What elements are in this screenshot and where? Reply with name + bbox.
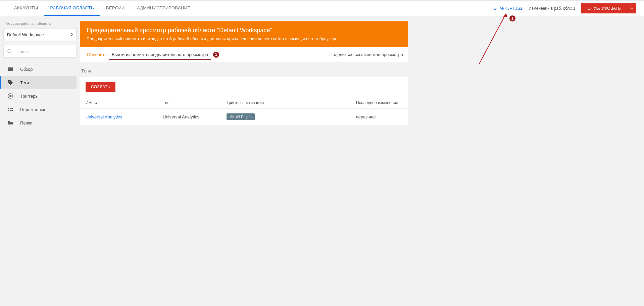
svg-rect-1 bbox=[8, 67, 13, 71]
workspace-selector[interactable]: Default Workspace bbox=[3, 28, 77, 41]
sidebar-item-folders[interactable]: Папки bbox=[3, 116, 77, 130]
tags-card: СОЗДАТЬ Имя ▲ Тип Триггеры активации Пос… bbox=[80, 77, 408, 125]
svg-rect-6 bbox=[8, 108, 9, 109]
svg-rect-2 bbox=[8, 67, 13, 68]
target-icon bbox=[7, 93, 13, 99]
svg-rect-11 bbox=[11, 110, 13, 111]
search-icon bbox=[7, 49, 12, 54]
sidebar-item-label: Переменные bbox=[20, 107, 46, 112]
col-name[interactable]: Имя ▲ bbox=[80, 97, 157, 109]
tags-table: Имя ▲ Тип Триггеры активации Последнее и… bbox=[80, 97, 408, 125]
create-button[interactable]: СОЗДАТЬ bbox=[86, 82, 115, 92]
chevron-right-icon bbox=[70, 33, 73, 37]
tag-name-link[interactable]: Universal Analytics bbox=[86, 114, 122, 119]
refresh-link[interactable]: Обновить bbox=[85, 52, 109, 57]
tab-admin[interactable]: АДМИНИСТРИРОВАНИЕ bbox=[131, 1, 197, 16]
tag-type-cell: Universal Analytics bbox=[157, 109, 221, 125]
sidebar-item-variables[interactable]: Переменные bbox=[3, 103, 77, 116]
col-triggers[interactable]: Триггеры активации bbox=[221, 97, 351, 109]
sidebar-item-overview[interactable]: Обзор bbox=[3, 62, 77, 76]
main-content: Предварительный просмотр рабочей области… bbox=[80, 16, 644, 306]
col-type[interactable]: Тип bbox=[157, 97, 221, 109]
callout-badge-2: 2 bbox=[509, 15, 515, 21]
svg-point-3 bbox=[9, 81, 9, 82]
search-box[interactable] bbox=[3, 45, 77, 58]
col-name-label: Имя bbox=[86, 100, 93, 105]
dashboard-icon bbox=[7, 66, 13, 72]
banner-subtitle: Предварительный просмотр и отладка этой … bbox=[87, 37, 401, 41]
banner-title: Предварительный просмотр рабочей области… bbox=[87, 27, 401, 34]
sidebar-item-label: Триггеры bbox=[20, 94, 39, 99]
eye-icon bbox=[230, 115, 234, 119]
sidebar: Текущая рабочая область Default Workspac… bbox=[0, 16, 80, 306]
chevron-down-icon bbox=[630, 7, 633, 10]
share-preview-link[interactable]: Поделиться ссылкой для просмотра bbox=[330, 52, 403, 57]
annotation-arrow bbox=[473, 10, 513, 70]
workspace-changes-label: Изменений в раб. обл.: 1 bbox=[529, 6, 575, 11]
tab-accounts[interactable]: АККАУНТЫ bbox=[8, 1, 44, 16]
tag-icon bbox=[7, 80, 13, 86]
card-header: СОЗДАТЬ bbox=[80, 77, 408, 97]
publish-dropdown-button[interactable] bbox=[627, 3, 636, 13]
callout-badge-1: 1 bbox=[213, 52, 219, 58]
section-title: Теги bbox=[81, 68, 641, 73]
svg-marker-15 bbox=[503, 13, 507, 17]
table-row[interactable]: Universal Analytics Universal Analytics … bbox=[80, 109, 408, 125]
bricks-icon bbox=[7, 106, 13, 112]
svg-point-13 bbox=[232, 116, 233, 117]
exit-preview-link[interactable]: Выйти из режима предварительного просмот… bbox=[109, 50, 211, 60]
sidebar-item-label: Обзор bbox=[20, 67, 33, 72]
col-modified[interactable]: Последнее изменение bbox=[351, 97, 408, 109]
sidebar-item-label: Папки bbox=[20, 120, 33, 125]
banner-actions: Обновить Выйти из режима предварительног… bbox=[80, 47, 408, 62]
preview-banner: Предварительный просмотр рабочей области… bbox=[80, 21, 408, 47]
svg-rect-10 bbox=[10, 110, 11, 111]
search-input[interactable] bbox=[16, 49, 73, 54]
sidebar-item-tags[interactable]: Теги bbox=[0, 76, 77, 89]
workspace-name: Default Workspace bbox=[7, 32, 44, 37]
svg-rect-7 bbox=[10, 108, 11, 109]
tab-workspace[interactable]: РАБОЧАЯ ОБЛАСТЬ bbox=[44, 1, 100, 16]
svg-point-5 bbox=[9, 95, 11, 97]
folder-icon bbox=[7, 120, 13, 126]
workspace-heading: Текущая рабочая область bbox=[3, 21, 77, 28]
side-nav: Обзор Теги Триггеры Переменные bbox=[3, 62, 77, 130]
sort-asc-icon: ▲ bbox=[95, 101, 98, 105]
svg-point-0 bbox=[8, 49, 11, 53]
tab-versions[interactable]: ВЕРСИИ bbox=[100, 1, 131, 16]
sidebar-item-triggers[interactable]: Триггеры bbox=[3, 89, 77, 103]
modified-cell: через час bbox=[351, 109, 408, 125]
top-nav-right: GTM-KJPTJS2 Изменений в раб. обл.: 1 ОПУ… bbox=[493, 3, 636, 13]
top-nav: АККАУНТЫ РАБОЧАЯ ОБЛАСТЬ ВЕРСИИ АДМИНИСТ… bbox=[0, 0, 644, 16]
top-nav-tabs: АККАУНТЫ РАБОЧАЯ ОБЛАСТЬ ВЕРСИИ АДМИНИСТ… bbox=[8, 1, 196, 16]
svg-rect-9 bbox=[8, 110, 9, 111]
trigger-chip-label: All Pages bbox=[236, 115, 251, 119]
trigger-chip[interactable]: All Pages bbox=[227, 113, 255, 120]
svg-line-14 bbox=[479, 13, 506, 64]
svg-rect-8 bbox=[11, 108, 13, 109]
publish-button-group: ОПУБЛИКОВАТЬ bbox=[581, 3, 636, 13]
publish-button[interactable]: ОПУБЛИКОВАТЬ bbox=[581, 3, 627, 13]
sidebar-item-label: Теги bbox=[20, 80, 29, 85]
